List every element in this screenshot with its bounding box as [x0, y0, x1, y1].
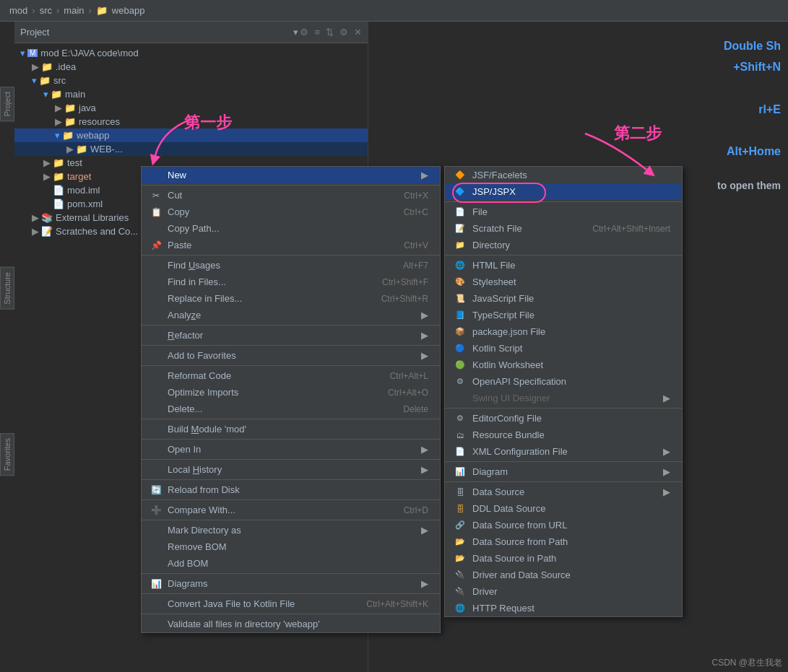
sub-item-swingui: Swing UI Designer ▶	[445, 390, 682, 406]
ctx-shortcut-findinfiles: Ctrl+Shift+F	[382, 277, 428, 287]
tab-structure[interactable]: Structure	[0, 267, 14, 310]
ctx-item-openin[interactable]: Open In ▶	[142, 441, 440, 458]
sub-item-datasource[interactable]: 🗄 Data Source ▶	[445, 484, 682, 500]
ctx-label-markdir: Mark Directory as	[168, 525, 418, 536]
sub-item-datasourcepath[interactable]: 📂 Data Source from Path	[445, 533, 682, 550]
sub-label-httprequest: HTTP Request	[472, 603, 670, 614]
sub-item-file[interactable]: 📄 File	[445, 204, 682, 220]
sub-item-datasourceinpath[interactable]: 📂 Data Source in Path	[445, 550, 682, 567]
sub-label-jsf: JSF/Facelets	[472, 170, 670, 180]
sub-label-packagejson: package.json File	[472, 326, 670, 337]
close-icon[interactable]: ✕	[354, 27, 362, 38]
sub-item-ddldatasource[interactable]: 🗄 DDL Data Source	[445, 500, 682, 517]
ctx-item-refactor[interactable]: Refactor ▶	[142, 327, 440, 344]
tree-label-pomxml: pom.xml	[67, 198, 103, 209]
separator-10	[142, 499, 440, 500]
separator-4	[142, 345, 440, 346]
ctx-item-optimizeimports[interactable]: Optimize Imports Ctrl+Alt+O	[142, 384, 440, 401]
folder-icon-target: 📁	[53, 171, 64, 182]
ctx-item-compare[interactable]: ➕ Compare With... Ctrl+D	[142, 502, 440, 518]
sub-item-jsfile[interactable]: 📜 JavaScript File	[445, 290, 682, 307]
sub-item-resourcebundle[interactable]: 🗂 Resource Bundle	[445, 427, 682, 443]
gear-icon[interactable]: ⚙	[300, 27, 308, 38]
packagejson-icon: 📦	[452, 327, 468, 336]
ctx-item-replaceinfiles[interactable]: Replace in Files... Ctrl+Shift+R	[142, 290, 440, 307]
ctx-label-openin: Open In	[168, 444, 418, 455]
separator-1	[142, 185, 440, 186]
tree-item-resources[interactable]: ▶ 📁 resources	[14, 115, 368, 128]
ctx-item-convertkotlin[interactable]: Convert Java File to Kotlin File Ctrl+Al…	[142, 595, 440, 612]
module-icon: M	[27, 49, 38, 57]
ctx-item-cut[interactable]: ✂ Cut Ctrl+X	[142, 187, 440, 204]
expand-icon-scratches: ▶	[32, 226, 39, 237]
sub-item-datasourceurl[interactable]: 🔗 Data Source from URL	[445, 517, 682, 533]
sub-item-kotlinworksheet[interactable]: 🟢 Kotlin Worksheet	[445, 357, 682, 373]
tree-item-idea[interactable]: ▶ 📁 .idea	[14, 60, 368, 74]
sub-item-tsfile[interactable]: 📘 TypeScript File	[445, 307, 682, 323]
ctx-item-reload[interactable]: 🔄 Reload from Disk	[142, 481, 440, 498]
expand-icon-java: ▶	[55, 102, 62, 113]
ctx-item-paste[interactable]: 📌 Paste Ctrl+V	[142, 237, 440, 253]
ctx-item-validate[interactable]: Validate all files in directory 'webapp'	[142, 616, 440, 632]
sub-label-datasource: Data Source	[472, 486, 660, 497]
scratch-icon: 📝	[41, 226, 53, 237]
separator-8	[142, 459, 440, 460]
collapse-icon[interactable]: ≡	[314, 27, 320, 38]
sub-item-diagram[interactable]: 📊 Diagram ▶	[445, 463, 682, 480]
ctx-item-copypath[interactable]: Copy Path...	[142, 220, 440, 237]
folder-icon-test: 📁	[53, 157, 64, 168]
tab-project[interactable]: Project	[0, 87, 14, 121]
ctx-item-addbom[interactable]: Add BOM	[142, 555, 440, 572]
ctx-item-copy[interactable]: 📋 Copy Ctrl+C	[142, 204, 440, 220]
sub-item-driverds[interactable]: 🔌 Driver and Data Source	[445, 567, 682, 583]
ctx-item-new[interactable]: New ▶	[142, 167, 440, 183]
credit-text: CSDN @君生我老	[711, 658, 782, 668]
sub-item-httprequest[interactable]: 🌐 HTTP Request	[445, 600, 682, 616]
sub-item-jsf[interactable]: 🔶 JSF/Facelets	[445, 167, 682, 183]
tree-item-webapp[interactable]: ▾ 📁 webapp	[14, 128, 368, 142]
sub-label-diagram: Diagram	[472, 466, 660, 477]
tree-item-main[interactable]: ▾ 📁 main	[14, 87, 368, 101]
settings-icon[interactable]: ⚙	[339, 27, 348, 38]
sub-arrow-datasource: ▶	[663, 486, 670, 497]
sub-item-htmlfile[interactable]: 🌐 HTML File	[445, 257, 682, 274]
tree-label-src: src	[53, 75, 66, 86]
sub-item-xmlconfig[interactable]: 📄 XML Configuration File ▶	[445, 443, 682, 460]
file-icon: 📄	[452, 207, 468, 217]
sub-item-directory[interactable]: 📁 Directory	[445, 237, 682, 253]
sub-item-driver[interactable]: 🔌 Driver	[445, 583, 682, 600]
sub-item-packagejson[interactable]: 📦 package.json File	[445, 323, 682, 340]
expand-icon-webinf: ▶	[66, 144, 74, 154]
ctx-label-removebom: Remove BOM	[168, 541, 428, 552]
ctx-item-removebom[interactable]: Remove BOM	[142, 538, 440, 555]
ctx-item-localhistory[interactable]: Local History ▶	[142, 461, 440, 478]
tree-item-mod[interactable]: ▾ M mod E:\JAVA code\mod	[14, 46, 368, 60]
ctx-item-diagrams[interactable]: 📊 Diagrams ▶	[142, 575, 440, 592]
expand-icon: ▾	[20, 48, 25, 58]
ctx-item-analyze[interactable]: Analyze ▶	[142, 307, 440, 323]
tab-favorites[interactable]: Favorites	[0, 433, 14, 476]
ctx-item-delete[interactable]: Delete... Delete	[142, 401, 440, 417]
ctx-shortcut-convertkotlin: Ctrl+Alt+Shift+K	[366, 599, 428, 609]
tree-item-java[interactable]: ▶ 📁 java	[14, 101, 368, 115]
sub-item-jsp[interactable]: 🔷 JSP/JSPX	[445, 183, 682, 200]
sub-item-scratchfile[interactable]: 📝 Scratch File Ctrl+Alt+Shift+Insert	[445, 220, 682, 237]
sub-item-openapi[interactable]: ⚙ OpenAPI Specification	[445, 373, 682, 390]
tree-item-src[interactable]: ▾ 📁 src	[14, 74, 368, 87]
breadcrumb-folder-icon: 📁	[96, 5, 108, 16]
folder-icon-main: 📁	[51, 89, 62, 100]
sub-item-stylesheet[interactable]: 🎨 Stylesheet	[445, 274, 682, 290]
sort-icon[interactable]: ⇅	[326, 27, 334, 38]
sub-item-kotlinscript[interactable]: 🔵 Kotlin Script	[445, 340, 682, 357]
ctx-item-markdir[interactable]: Mark Directory as ▶	[142, 522, 440, 538]
ctx-item-addtofav[interactable]: Add to Favorites ▶	[142, 347, 440, 364]
ctx-label-validate: Validate all files in directory 'webapp'	[168, 619, 428, 629]
ctx-item-findinfiles[interactable]: Find in Files... Ctrl+Shift+F	[142, 274, 440, 290]
ctx-item-findusages[interactable]: Find Usages Alt+F7	[142, 257, 440, 274]
sub-item-editorconfig[interactable]: ⚙ EditorConfig File	[445, 410, 682, 427]
ctx-item-buildmod[interactable]: Build Module 'mod'	[142, 421, 440, 437]
panel-icons: ⚙ ≡ ⇅ ⚙ ✕	[300, 27, 362, 38]
tree-item-webinf[interactable]: ▶ 📁 WEB-...	[14, 142, 368, 156]
expand-icon-webapp: ▾	[55, 130, 60, 141]
ctx-item-reformat[interactable]: Reformat Code Ctrl+Alt+L	[142, 367, 440, 384]
